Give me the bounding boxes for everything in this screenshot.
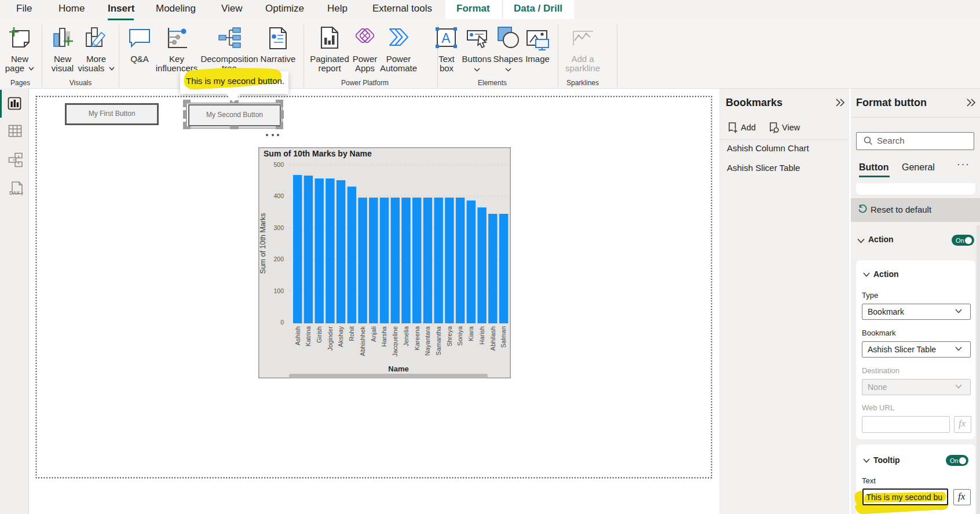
svg-text:A: A: [441, 31, 451, 46]
svg-text:Soniya: Soniya: [456, 326, 463, 346]
svg-text:Ashish: Ashish: [294, 326, 301, 345]
svg-text:400: 400: [273, 192, 284, 199]
svg-text:Harsha: Harsha: [381, 326, 387, 347]
svg-text:Abhishhek: Abhishhek: [359, 326, 366, 356]
svg-text:Sum of 10th Marks: Sum of 10th Marks: [259, 213, 267, 274]
svg-text:0: 0: [280, 319, 284, 326]
svg-text:Jacqueline: Jacqueline: [392, 326, 398, 357]
svg-text:Harish: Harish: [478, 326, 485, 345]
svg-text:Jenelia: Jenelia: [403, 326, 409, 347]
svg-text:Abhilash: Abhilash: [489, 326, 496, 351]
svg-text:Girish: Girish: [316, 326, 323, 343]
svg-text:500: 500: [273, 161, 284, 168]
svg-text:Rohit: Rohit: [348, 326, 355, 341]
svg-text:Katrina: Katrina: [305, 326, 312, 347]
svg-text:Salman: Salman: [500, 326, 507, 348]
svg-text:Samantha: Samantha: [435, 326, 442, 355]
svg-text:Kareena: Kareena: [414, 326, 420, 350]
svg-text:Kiara: Kiara: [467, 326, 474, 341]
svg-text:Joginder: Joginder: [327, 326, 334, 351]
svg-text:Nayantara: Nayantara: [424, 326, 431, 356]
svg-text:Shreya: Shreya: [446, 326, 453, 347]
svg-text:Name: Name: [388, 364, 408, 373]
svg-text:200: 200: [273, 256, 284, 263]
svg-text:100: 100: [273, 287, 284, 294]
svg-text:Sum of 10th Marks by Name: Sum of 10th Marks by Name: [264, 149, 372, 158]
svg-text:Anjali: Anjali: [370, 326, 377, 342]
svg-text:300: 300: [273, 224, 284, 231]
svg-text:Akshay: Akshay: [337, 326, 344, 348]
